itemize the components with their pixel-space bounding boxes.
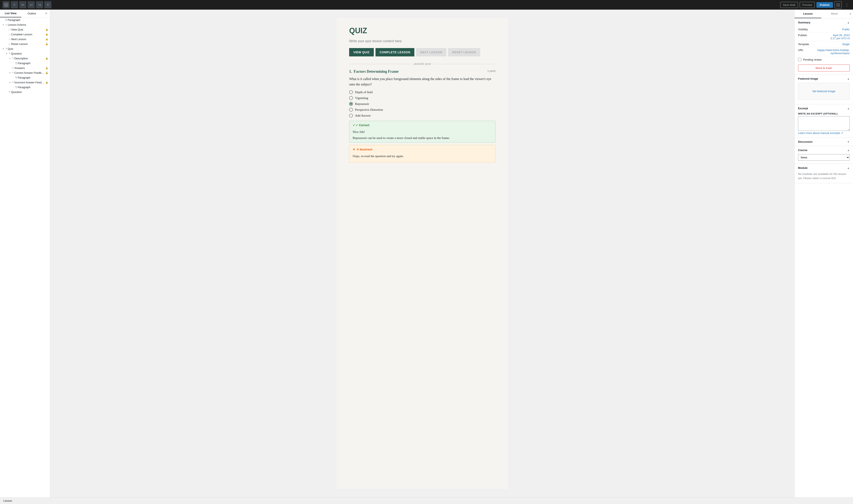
sidebar-item-incorrect-paragraph[interactable]: ¶Paragraph bbox=[0, 85, 50, 90]
item-icon: ¶ bbox=[5, 19, 7, 21]
correct-label: ✓ Correct bbox=[356, 124, 369, 127]
item-label: Incorrect Answer Feedba... bbox=[14, 81, 45, 84]
editor-area[interactable]: QUIZ Write your quiz lesson content here… bbox=[50, 10, 795, 497]
publish-label: Publish bbox=[798, 34, 807, 37]
lock-icon: 🔒 bbox=[46, 57, 48, 60]
view-quiz-button[interactable]: VIEW QUIZ bbox=[349, 48, 374, 56]
featured-image-placeholder[interactable]: Set featured image bbox=[798, 83, 850, 100]
sidebar-item-view-quiz[interactable]: □View Quiz🔒 bbox=[0, 27, 50, 32]
item-icon: ? bbox=[9, 91, 10, 94]
right-panel-close-button[interactable]: × bbox=[848, 11, 853, 18]
answer-option-vignetting[interactable]: Vignetting bbox=[349, 96, 496, 100]
featured-image-section: Featured image ▲ Set featured image bbox=[795, 75, 853, 104]
bottom-bar-label: Lesson bbox=[3, 499, 12, 502]
course-title: Course bbox=[798, 148, 807, 152]
wordpress-logo[interactable]: W bbox=[2, 1, 10, 8]
radio-icon bbox=[349, 96, 353, 100]
chevron-icon: ▾ bbox=[2, 24, 5, 26]
pending-review-checkbox[interactable] bbox=[798, 58, 801, 61]
template-row: Template Single bbox=[798, 41, 850, 47]
tab-list-view[interactable]: List View bbox=[0, 10, 21, 17]
sidebar-item-incorrect-answer-feedback[interactable]: ▾?Incorrect Answer Feedba...🔒 bbox=[0, 80, 50, 85]
answer-option-perspective-distortion[interactable]: Perspective Distortion bbox=[349, 108, 496, 112]
sidebar-item-paragraph[interactable]: ¶Paragraph bbox=[0, 18, 50, 22]
url-value[interactable]: happy-hawk-boha.instawp.xyz/lesson/quiz/ bbox=[816, 49, 850, 55]
list-view-button[interactable]: ≡ bbox=[44, 1, 51, 8]
topbar: W + ✏ ↩ ↪ ≡ Save draft Preview Publish ⬛… bbox=[0, 0, 853, 10]
excerpt-label: WRITE AN EXCERPT (OPTIONAL) bbox=[798, 112, 850, 115]
sidebar-item-reset-lesson[interactable]: □Reset Lesson🔒 bbox=[0, 41, 50, 47]
sidebar-item-lesson-actions[interactable]: ▾□Lesson Actions bbox=[0, 22, 50, 27]
more-options-button[interactable]: ⋮ bbox=[843, 1, 851, 8]
undo-button[interactable]: ↩ bbox=[28, 1, 35, 8]
sidebar-item-question2[interactable]: ?Question bbox=[0, 90, 50, 94]
module-section-header[interactable]: Module ▲ bbox=[795, 164, 853, 172]
radio-icon bbox=[349, 90, 353, 94]
sidebar-item-answers[interactable]: ?Answers🔒 bbox=[0, 66, 50, 70]
save-draft-button[interactable]: Save draft bbox=[780, 2, 798, 8]
visibility-value[interactable]: Public bbox=[842, 28, 850, 31]
redo-button[interactable]: ↪ bbox=[36, 1, 43, 8]
featured-image-section-header[interactable]: Featured image ▲ bbox=[795, 75, 853, 83]
sidebar-item-correct-answer-feedback[interactable]: ▾?Correct Answer Feedback🔒 bbox=[0, 70, 50, 75]
publish-value[interactable]: April 26, 2023 2:17 pm UTC+0 bbox=[831, 34, 850, 40]
template-value[interactable]: Single bbox=[842, 43, 850, 46]
tab-block[interactable]: Block bbox=[821, 10, 848, 18]
visibility-label: Visibility bbox=[798, 28, 808, 31]
sidebar-tabs: List View Outline × bbox=[0, 10, 50, 18]
preview-button[interactable]: Preview bbox=[800, 2, 815, 8]
publish-button[interactable]: Publish bbox=[816, 2, 833, 8]
excerpt-section-header[interactable]: Excerpt ▲ bbox=[795, 104, 853, 112]
learn-more-link[interactable]: Learn more about manual excerpts ↗ bbox=[798, 131, 843, 134]
item-icon: ¶ bbox=[16, 62, 17, 65]
sidebar-item-next-lesson[interactable]: □Next Lesson🔒 bbox=[0, 37, 50, 41]
sidebar-item-complete-lesson[interactable]: □Complete Lesson🔒 bbox=[0, 32, 50, 37]
discussion-section-header[interactable]: Discussion ▼ bbox=[795, 138, 853, 146]
reset-lesson-button: RESET LESSON bbox=[448, 48, 480, 56]
answer-label: Repoussoir bbox=[355, 102, 369, 106]
incorrect-feedback: ✕ ✕ Incorrect Oops, re-read the question… bbox=[349, 145, 496, 162]
question-points: 1 point bbox=[487, 69, 496, 72]
sidebar-item-desc-paragraph[interactable]: ¶Paragraph bbox=[0, 61, 50, 66]
add-block-button[interactable]: + bbox=[11, 1, 18, 8]
sidebar-item-description[interactable]: ▾?Description🔒 bbox=[0, 56, 50, 61]
item-label: Correct Answer Feedback bbox=[14, 71, 45, 74]
item-label: View Quiz bbox=[11, 28, 45, 31]
quiz-subtitle: Write your quiz lesson content here. bbox=[349, 39, 496, 43]
set-featured-image-button[interactable]: Set featured image bbox=[813, 90, 835, 93]
tab-lesson[interactable]: Lesson bbox=[795, 10, 821, 18]
sidebar-item-quiz[interactable]: ▾?Quiz bbox=[0, 47, 50, 51]
move-to-trash-button[interactable]: Move to trash bbox=[798, 65, 850, 71]
item-icon: ? bbox=[5, 48, 7, 50]
chevron-icon: ▾ bbox=[8, 72, 11, 74]
sidebar-close-button[interactable]: × bbox=[42, 10, 50, 17]
answer-option-depth-of-field[interactable]: Depth of field bbox=[349, 90, 496, 94]
settings-button[interactable]: ⬛ bbox=[835, 1, 842, 8]
lesson-quiz-label: LESSON QUIZ bbox=[411, 63, 434, 65]
course-select[interactable]: None bbox=[798, 154, 850, 161]
excerpt-chevron-icon: ▲ bbox=[847, 107, 850, 110]
answers-list: Depth of fieldVignettingRepoussoirPerspe… bbox=[349, 90, 496, 118]
summary-chevron-icon: ▲ bbox=[847, 21, 850, 24]
featured-image-title: Featured image bbox=[798, 77, 818, 80]
answer-option-add-answer[interactable]: Add Answer bbox=[349, 114, 496, 118]
visibility-row: Visibility Public bbox=[798, 26, 850, 32]
summary-section-header[interactable]: Summary ▲ bbox=[795, 18, 853, 26]
sidebar-item-question[interactable]: ▾?Question bbox=[0, 51, 50, 56]
right-panel-header: Lesson Block × bbox=[795, 10, 853, 18]
sidebar-item-correct-paragraph[interactable]: ¶Paragraph bbox=[0, 75, 50, 80]
tools-button[interactable]: ✏ bbox=[19, 1, 26, 8]
main-layout: List View Outline × ¶Paragraph▾□Lesson A… bbox=[0, 10, 853, 497]
excerpt-textarea[interactable] bbox=[798, 116, 850, 131]
item-label: Description bbox=[14, 57, 45, 60]
item-label: Paragraph bbox=[18, 86, 48, 89]
answer-option-repoussoir[interactable]: Repoussoir bbox=[349, 102, 496, 106]
course-section-header[interactable]: Course ▲ bbox=[795, 146, 853, 154]
excerpt-title: Excerpt bbox=[798, 107, 808, 110]
tab-outline[interactable]: Outline bbox=[21, 10, 43, 17]
complete-lesson-button[interactable]: COMPLETE LESSON bbox=[375, 48, 414, 56]
template-label: Template bbox=[798, 43, 809, 46]
lock-icon: 🔒 bbox=[46, 67, 48, 69]
pending-review-row: Pending review bbox=[798, 56, 850, 63]
lock-icon: 🔒 bbox=[46, 33, 48, 36]
